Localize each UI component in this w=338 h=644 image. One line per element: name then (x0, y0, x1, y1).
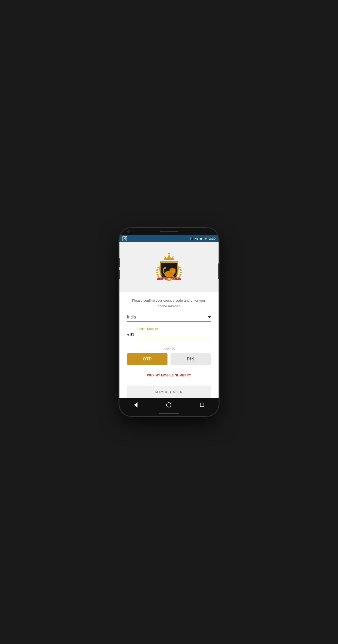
vibrate-icon: 📳 (190, 237, 194, 240)
back-button[interactable] (134, 402, 137, 407)
svg-text:AVISHGAR: AVISHGAR (162, 278, 176, 280)
recents-button[interactable] (200, 403, 204, 407)
svg-line-19 (159, 266, 160, 278)
svg-point-1 (168, 253, 170, 254)
form-section: Please confirm your country code and ent… (119, 292, 219, 398)
status-bar: N 📳 ▾▴ ▣ ⚡ 3:39 (119, 235, 219, 242)
back-icon (134, 402, 137, 407)
power-button (218, 264, 219, 279)
svg-point-2 (164, 256, 166, 258)
svg-point-21 (179, 269, 182, 271)
battery-icon: ⚡ (204, 237, 207, 240)
volume-up-button (119, 258, 120, 267)
phone-number-label: Phone Number (137, 327, 211, 331)
svg-point-8 (170, 269, 175, 274)
svg-point-17 (156, 274, 159, 276)
svg-point-9 (173, 271, 174, 272)
svg-text:★: ★ (177, 278, 178, 280)
svg-point-16 (156, 272, 158, 273)
country-name-label: India (127, 315, 136, 319)
country-code-label: +91 (127, 332, 134, 339)
notification-icon: N (122, 236, 127, 241)
phone-number-input[interactable] (137, 332, 211, 339)
svg-point-23 (179, 274, 182, 276)
svg-text:★: ★ (160, 278, 161, 280)
maybe-later-label[interactable]: MAYBE LATER (155, 390, 183, 394)
front-camera (127, 230, 130, 233)
logo-container: AVISHGAR ★ ★ (152, 250, 186, 285)
subtitle-text: Please confirm your country code and ent… (127, 298, 211, 309)
phone-input-row: +91 Phone Number (127, 327, 211, 339)
svg-line-25 (178, 266, 179, 278)
svg-point-10 (164, 267, 166, 269)
phone-top-bar (119, 228, 219, 235)
volume-down-button (119, 270, 120, 279)
login-buttons-group: OTP PIN (127, 353, 211, 365)
login-by-label: Login By (127, 346, 211, 350)
pin-button[interactable]: PIN (171, 353, 211, 365)
status-left: N (122, 236, 127, 241)
otp-button[interactable]: OTP (127, 353, 167, 365)
status-time: 3:39 (209, 237, 216, 241)
speaker-grille (160, 231, 178, 232)
phone-field-wrap: Phone Number (137, 327, 211, 339)
home-icon (166, 402, 171, 407)
swipe-indicator (159, 413, 179, 414)
country-selector[interactable]: India (127, 315, 211, 322)
wifi-icon: ▾▴ (195, 237, 198, 240)
recents-icon (200, 403, 204, 407)
why-mobile-link[interactable]: WHY MY MOBILE NUMBER? (127, 371, 211, 380)
swipe-bar (119, 412, 219, 416)
logo-section: AVISHGAR ★ ★ (119, 242, 219, 292)
signal-icon: ▣ (200, 237, 202, 240)
avishgar-crest-logo: AVISHGAR ★ ★ (152, 250, 186, 285)
nav-bar (119, 398, 219, 412)
svg-point-3 (173, 256, 174, 258)
home-button[interactable] (166, 402, 171, 407)
screen-content: AVISHGAR ★ ★ Please confirm your country… (119, 242, 219, 398)
svg-rect-4 (165, 258, 173, 259)
phone-frame: N 📳 ▾▴ ▣ ⚡ 3:39 (119, 228, 219, 416)
svg-point-22 (180, 272, 182, 273)
chevron-down-icon (208, 316, 211, 318)
maybe-later-section[interactable]: MAYBE LATER (127, 386, 211, 398)
svg-point-15 (156, 269, 159, 271)
status-right: 📳 ▾▴ ▣ ⚡ 3:39 (190, 237, 216, 241)
